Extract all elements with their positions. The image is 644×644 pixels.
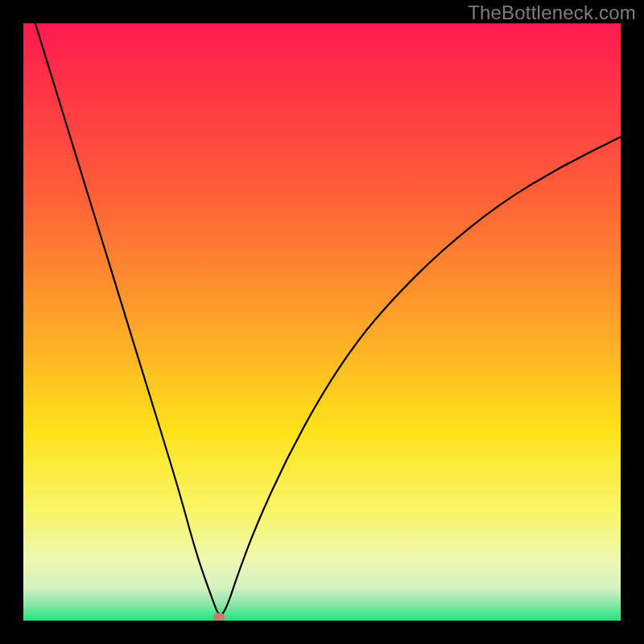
optimal-point-marker xyxy=(213,613,225,621)
bottleneck-chart-svg xyxy=(23,23,621,621)
chart-frame: TheBottleneck.com xyxy=(0,0,644,644)
gradient-background xyxy=(23,23,621,621)
plot-area xyxy=(23,23,621,621)
watermark-text: TheBottleneck.com xyxy=(468,2,636,24)
